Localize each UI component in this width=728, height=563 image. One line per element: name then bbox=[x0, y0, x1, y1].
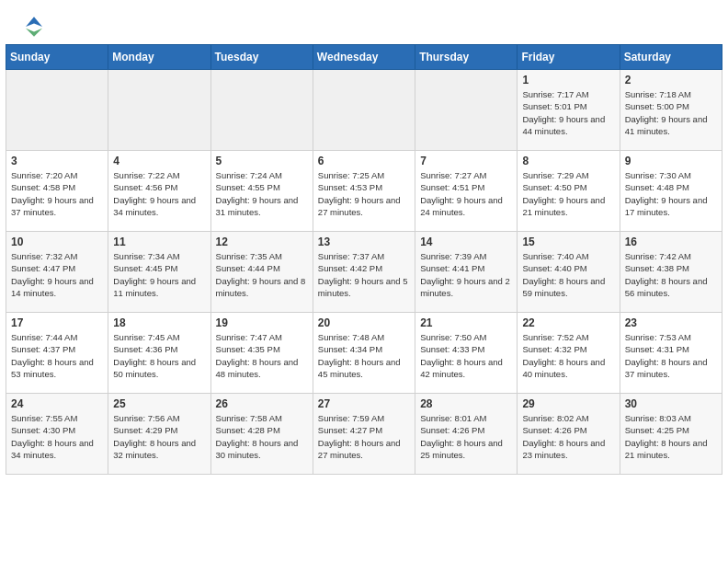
day-number: 10 bbox=[11, 236, 103, 248]
day-number: 15 bbox=[522, 236, 614, 248]
day-info: Sunrise: 7:34 AM Sunset: 4:45 PM Dayligh… bbox=[113, 250, 205, 299]
calendar-cell: 25Sunrise: 7:56 AM Sunset: 4:29 PM Dayli… bbox=[108, 394, 210, 475]
day-number: 14 bbox=[420, 236, 512, 248]
calendar-cell: 13Sunrise: 7:37 AM Sunset: 4:42 PM Dayli… bbox=[313, 232, 415, 313]
weekday-header: Thursday bbox=[415, 45, 518, 70]
weekday-header: Friday bbox=[518, 45, 620, 70]
calendar-cell: 12Sunrise: 7:35 AM Sunset: 4:44 PM Dayli… bbox=[210, 232, 313, 313]
calendar-cell: 22Sunrise: 7:52 AM Sunset: 4:32 PM Dayli… bbox=[518, 313, 620, 394]
day-info: Sunrise: 7:58 AM Sunset: 4:28 PM Dayligh… bbox=[216, 412, 308, 461]
day-info: Sunrise: 7:56 AM Sunset: 4:29 PM Dayligh… bbox=[113, 412, 205, 461]
calendar-cell: 28Sunrise: 8:01 AM Sunset: 4:26 PM Dayli… bbox=[415, 394, 518, 475]
day-info: Sunrise: 7:39 AM Sunset: 4:41 PM Dayligh… bbox=[420, 250, 512, 299]
calendar-cell: 10Sunrise: 7:32 AM Sunset: 4:47 PM Dayli… bbox=[6, 232, 108, 313]
day-info: Sunrise: 7:52 AM Sunset: 4:32 PM Dayligh… bbox=[522, 331, 614, 380]
day-number: 19 bbox=[216, 316, 308, 329]
calendar-cell: 5Sunrise: 7:24 AM Sunset: 4:55 PM Daylig… bbox=[210, 151, 313, 232]
calendar-cell bbox=[108, 70, 210, 151]
day-info: Sunrise: 7:37 AM Sunset: 4:42 PM Dayligh… bbox=[318, 250, 410, 299]
calendar-cell: 16Sunrise: 7:42 AM Sunset: 4:38 PM Dayli… bbox=[620, 232, 722, 313]
day-number: 2 bbox=[625, 74, 717, 86]
day-info: Sunrise: 7:53 AM Sunset: 4:31 PM Dayligh… bbox=[625, 331, 717, 380]
day-info: Sunrise: 7:40 AM Sunset: 4:40 PM Dayligh… bbox=[522, 250, 614, 299]
calendar-cell bbox=[415, 70, 518, 151]
day-number: 5 bbox=[216, 155, 308, 167]
calendar-cell: 15Sunrise: 7:40 AM Sunset: 4:40 PM Dayli… bbox=[518, 232, 620, 313]
day-number: 23 bbox=[625, 316, 717, 329]
calendar-cell: 26Sunrise: 7:58 AM Sunset: 4:28 PM Dayli… bbox=[210, 394, 313, 475]
day-number: 21 bbox=[420, 316, 512, 329]
day-info: Sunrise: 7:55 AM Sunset: 4:30 PM Dayligh… bbox=[11, 412, 103, 461]
logo-bird-icon bbox=[26, 17, 42, 37]
day-number: 7 bbox=[420, 155, 512, 167]
day-info: Sunrise: 7:18 AM Sunset: 5:00 PM Dayligh… bbox=[625, 88, 717, 137]
day-info: Sunrise: 7:50 AM Sunset: 4:33 PM Dayligh… bbox=[420, 331, 512, 380]
calendar-cell: 17Sunrise: 7:44 AM Sunset: 4:37 PM Dayli… bbox=[6, 313, 108, 394]
calendar-cell: 9Sunrise: 7:30 AM Sunset: 4:48 PM Daylig… bbox=[620, 151, 722, 232]
day-number: 25 bbox=[113, 397, 205, 410]
svg-marker-0 bbox=[26, 17, 42, 27]
day-info: Sunrise: 7:35 AM Sunset: 4:44 PM Dayligh… bbox=[216, 250, 308, 299]
day-info: Sunrise: 8:02 AM Sunset: 4:26 PM Dayligh… bbox=[522, 412, 614, 461]
weekday-header: Tuesday bbox=[210, 45, 313, 70]
calendar-cell: 4Sunrise: 7:22 AM Sunset: 4:56 PM Daylig… bbox=[108, 151, 210, 232]
page-header bbox=[0, 0, 728, 44]
calendar-cell: 18Sunrise: 7:45 AM Sunset: 4:36 PM Dayli… bbox=[108, 313, 210, 394]
day-info: Sunrise: 8:03 AM Sunset: 4:25 PM Dayligh… bbox=[625, 412, 717, 461]
logo bbox=[22, 17, 44, 37]
day-number: 22 bbox=[522, 316, 614, 329]
weekday-header: Monday bbox=[108, 45, 210, 70]
calendar-cell: 1Sunrise: 7:17 AM Sunset: 5:01 PM Daylig… bbox=[518, 70, 620, 151]
calendar-cell: 19Sunrise: 7:47 AM Sunset: 4:35 PM Dayli… bbox=[210, 313, 313, 394]
day-info: Sunrise: 7:42 AM Sunset: 4:38 PM Dayligh… bbox=[625, 250, 717, 299]
calendar-body: 1Sunrise: 7:17 AM Sunset: 5:01 PM Daylig… bbox=[6, 70, 722, 475]
day-number: 11 bbox=[113, 236, 205, 248]
weekday-header: Wednesday bbox=[313, 45, 415, 70]
calendar-cell bbox=[6, 70, 108, 151]
day-number: 8 bbox=[522, 155, 614, 167]
svg-marker-1 bbox=[26, 29, 42, 37]
day-number: 28 bbox=[420, 397, 512, 410]
day-number: 24 bbox=[11, 397, 103, 410]
calendar-cell bbox=[313, 70, 415, 151]
day-number: 4 bbox=[113, 155, 205, 167]
day-number: 3 bbox=[11, 155, 103, 167]
day-info: Sunrise: 7:29 AM Sunset: 4:50 PM Dayligh… bbox=[522, 169, 614, 218]
calendar-container: SundayMondayTuesdayWednesdayThursdayFrid… bbox=[0, 44, 728, 480]
day-info: Sunrise: 7:30 AM Sunset: 4:48 PM Dayligh… bbox=[625, 169, 717, 218]
day-info: Sunrise: 7:45 AM Sunset: 4:36 PM Dayligh… bbox=[113, 331, 205, 380]
calendar-week-row: 10Sunrise: 7:32 AM Sunset: 4:47 PM Dayli… bbox=[6, 232, 722, 313]
weekday-row: SundayMondayTuesdayWednesdayThursdayFrid… bbox=[6, 45, 722, 70]
day-info: Sunrise: 7:25 AM Sunset: 4:53 PM Dayligh… bbox=[318, 169, 410, 218]
calendar-cell: 2Sunrise: 7:18 AM Sunset: 5:00 PM Daylig… bbox=[620, 70, 722, 151]
day-number: 1 bbox=[522, 74, 614, 86]
calendar-cell: 7Sunrise: 7:27 AM Sunset: 4:51 PM Daylig… bbox=[415, 151, 518, 232]
weekday-header: Sunday bbox=[6, 45, 108, 70]
weekday-header: Saturday bbox=[620, 45, 722, 70]
calendar-cell: 27Sunrise: 7:59 AM Sunset: 4:27 PM Dayli… bbox=[313, 394, 415, 475]
day-number: 18 bbox=[113, 316, 205, 329]
day-number: 17 bbox=[11, 316, 103, 329]
day-info: Sunrise: 7:24 AM Sunset: 4:55 PM Dayligh… bbox=[216, 169, 308, 218]
calendar-cell: 8Sunrise: 7:29 AM Sunset: 4:50 PM Daylig… bbox=[518, 151, 620, 232]
day-number: 12 bbox=[216, 236, 308, 248]
calendar-week-row: 3Sunrise: 7:20 AM Sunset: 4:58 PM Daylig… bbox=[6, 151, 722, 232]
day-info: Sunrise: 7:59 AM Sunset: 4:27 PM Dayligh… bbox=[318, 412, 410, 461]
calendar-cell: 6Sunrise: 7:25 AM Sunset: 4:53 PM Daylig… bbox=[313, 151, 415, 232]
calendar-cell: 29Sunrise: 8:02 AM Sunset: 4:26 PM Dayli… bbox=[518, 394, 620, 475]
day-info: Sunrise: 7:27 AM Sunset: 4:51 PM Dayligh… bbox=[420, 169, 512, 218]
calendar-cell: 11Sunrise: 7:34 AM Sunset: 4:45 PM Dayli… bbox=[108, 232, 210, 313]
calendar-cell bbox=[210, 70, 313, 151]
day-info: Sunrise: 7:47 AM Sunset: 4:35 PM Dayligh… bbox=[216, 331, 308, 380]
calendar-week-row: 17Sunrise: 7:44 AM Sunset: 4:37 PM Dayli… bbox=[6, 313, 722, 394]
day-info: Sunrise: 7:22 AM Sunset: 4:56 PM Dayligh… bbox=[113, 169, 205, 218]
day-number: 30 bbox=[625, 397, 717, 410]
calendar-cell: 24Sunrise: 7:55 AM Sunset: 4:30 PM Dayli… bbox=[6, 394, 108, 475]
calendar-cell: 21Sunrise: 7:50 AM Sunset: 4:33 PM Dayli… bbox=[415, 313, 518, 394]
day-number: 9 bbox=[625, 155, 717, 167]
calendar-cell: 3Sunrise: 7:20 AM Sunset: 4:58 PM Daylig… bbox=[6, 151, 108, 232]
calendar-table: SundayMondayTuesdayWednesdayThursdayFrid… bbox=[6, 44, 722, 475]
calendar-cell: 23Sunrise: 7:53 AM Sunset: 4:31 PM Dayli… bbox=[620, 313, 722, 394]
day-info: Sunrise: 8:01 AM Sunset: 4:26 PM Dayligh… bbox=[420, 412, 512, 461]
calendar-cell: 14Sunrise: 7:39 AM Sunset: 4:41 PM Dayli… bbox=[415, 232, 518, 313]
